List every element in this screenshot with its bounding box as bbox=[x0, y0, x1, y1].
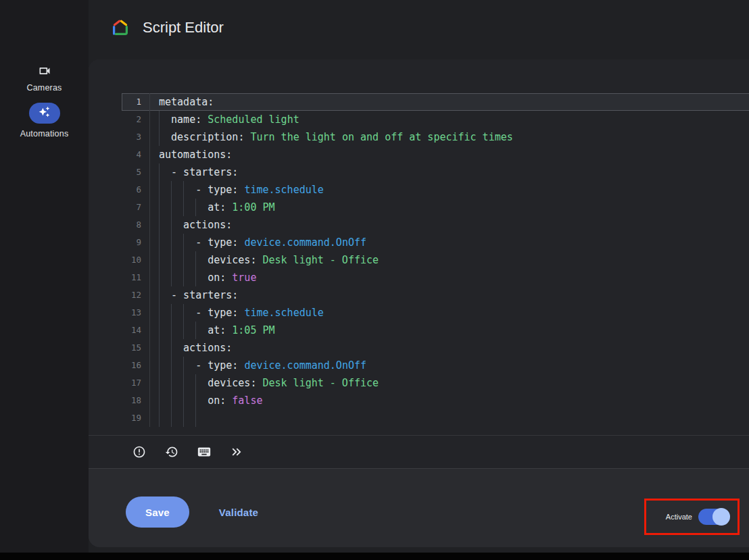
line-number: 15 bbox=[122, 339, 150, 357]
page-title: Script Editor bbox=[143, 19, 224, 36]
videocam-icon bbox=[38, 64, 51, 76]
code-text: actions: bbox=[150, 339, 232, 357]
code-line[interactable]: 3description: Turn the light on and off … bbox=[122, 128, 749, 146]
code-text: automations: bbox=[150, 146, 232, 163]
history-icon bbox=[165, 445, 178, 459]
selected-item-pill bbox=[29, 103, 60, 124]
line-number: 17 bbox=[122, 374, 150, 392]
history-button[interactable] bbox=[164, 444, 179, 459]
code-line[interactable]: 6- type: time.schedule bbox=[122, 181, 749, 199]
code-line[interactable]: 14at: 1:05 PM bbox=[122, 322, 749, 339]
code-text: name: Scheduled light bbox=[150, 111, 299, 128]
google-home-logo[interactable] bbox=[110, 18, 130, 38]
toggle-thumb bbox=[712, 508, 730, 526]
code-text: at: 1:05 PM bbox=[150, 322, 275, 339]
validate-button[interactable]: Validate bbox=[215, 506, 262, 519]
sidebar-item-label: Automations bbox=[0, 129, 89, 138]
line-number: 16 bbox=[122, 357, 150, 374]
code-line[interactable]: 13- type: time.schedule bbox=[122, 304, 749, 322]
sidebar-item-cameras[interactable]: Cameras bbox=[0, 64, 89, 93]
code-line[interactable]: 9- type: device.command.OnOff bbox=[122, 234, 749, 251]
line-number: 12 bbox=[122, 286, 150, 304]
sidebar: Cameras Automations bbox=[0, 0, 89, 560]
line-number: 10 bbox=[122, 251, 150, 269]
bottom-edge-strip bbox=[0, 553, 749, 560]
line-number: 4 bbox=[122, 146, 150, 163]
code-line[interactable]: 5- starters: bbox=[122, 163, 749, 181]
code-text: - starters: bbox=[150, 163, 238, 181]
line-number: 13 bbox=[122, 304, 150, 322]
code-line[interactable]: 18on: false bbox=[122, 392, 749, 409]
code-text: - type: device.command.OnOff bbox=[150, 357, 366, 374]
line-number: 2 bbox=[122, 111, 150, 128]
activate-label: Activate bbox=[666, 513, 692, 521]
editor-card: 1metadata:2name: Scheduled light3descrip… bbox=[89, 59, 749, 547]
code-line[interactable]: 2name: Scheduled light bbox=[122, 111, 749, 128]
sidebar-item-label: Cameras bbox=[0, 83, 89, 93]
code-text: - type: time.schedule bbox=[150, 304, 324, 322]
line-number: 14 bbox=[122, 322, 150, 339]
line-number: 6 bbox=[122, 181, 150, 199]
action-bar: Save Validate Activate bbox=[89, 469, 749, 547]
code-text: on: true bbox=[150, 269, 256, 286]
problems-button[interactable] bbox=[132, 444, 147, 459]
code-line[interactable]: 10devices: Desk light - Office bbox=[122, 251, 749, 269]
line-number: 3 bbox=[122, 128, 150, 146]
line-number: 7 bbox=[122, 199, 150, 216]
activate-toggle[interactable] bbox=[698, 509, 729, 525]
keyboard-button[interactable] bbox=[197, 444, 212, 459]
double-arrow-right-icon bbox=[229, 444, 244, 459]
sidebar-item-automations[interactable]: Automations bbox=[0, 103, 89, 138]
line-number: 18 bbox=[122, 392, 150, 409]
line-number: 11 bbox=[122, 269, 150, 286]
auto-awesome-icon bbox=[39, 106, 50, 120]
line-number: 19 bbox=[122, 409, 150, 427]
line-number: 9 bbox=[122, 234, 150, 251]
code-line[interactable]: 4automations: bbox=[122, 146, 749, 163]
code-line[interactable]: 11on: true bbox=[122, 269, 749, 286]
code-text: - type: device.command.OnOff bbox=[150, 234, 366, 251]
code-line[interactable]: 1metadata: bbox=[122, 93, 749, 111]
code-text: - type: time.schedule bbox=[150, 181, 324, 199]
code-lines: 1metadata:2name: Scheduled light3descrip… bbox=[122, 93, 749, 427]
code-line[interactable]: 16- type: device.command.OnOff bbox=[122, 357, 749, 374]
problems-icon bbox=[132, 445, 146, 459]
code-text: actions: bbox=[150, 216, 232, 234]
code-line[interactable]: 8actions: bbox=[122, 216, 749, 234]
editor-toolbar bbox=[89, 435, 749, 468]
code-text: description: Turn the light on and off a… bbox=[150, 128, 513, 146]
code-line[interactable]: 15actions: bbox=[122, 339, 749, 357]
code-line[interactable]: 19 bbox=[122, 409, 749, 427]
code-text: - starters: bbox=[150, 286, 238, 304]
code-text: on: false bbox=[150, 392, 262, 409]
code-line[interactable]: 7at: 1:00 PM bbox=[122, 199, 749, 216]
code-text: devices: Desk light - Office bbox=[150, 374, 379, 392]
code-text: at: 1:00 PM bbox=[150, 199, 275, 216]
code-editor[interactable]: 1metadata:2name: Scheduled light3descrip… bbox=[89, 59, 749, 469]
line-number: 5 bbox=[122, 163, 150, 181]
expand-toolbar-button[interactable] bbox=[229, 444, 244, 459]
code-text bbox=[150, 409, 208, 427]
annotation-highlight-box: Activate bbox=[644, 499, 740, 535]
code-line[interactable]: 17devices: Desk light - Office bbox=[122, 374, 749, 392]
code-line[interactable]: 12- starters: bbox=[122, 286, 749, 304]
code-text: metadata: bbox=[150, 93, 214, 111]
line-number: 1 bbox=[122, 93, 150, 111]
script-editor-app: Cameras Automations Script Editor 1meta bbox=[0, 0, 749, 560]
code-text: devices: Desk light - Office bbox=[150, 251, 379, 269]
save-button[interactable]: Save bbox=[126, 497, 189, 528]
keyboard-icon bbox=[197, 444, 212, 459]
line-number: 8 bbox=[122, 216, 150, 234]
